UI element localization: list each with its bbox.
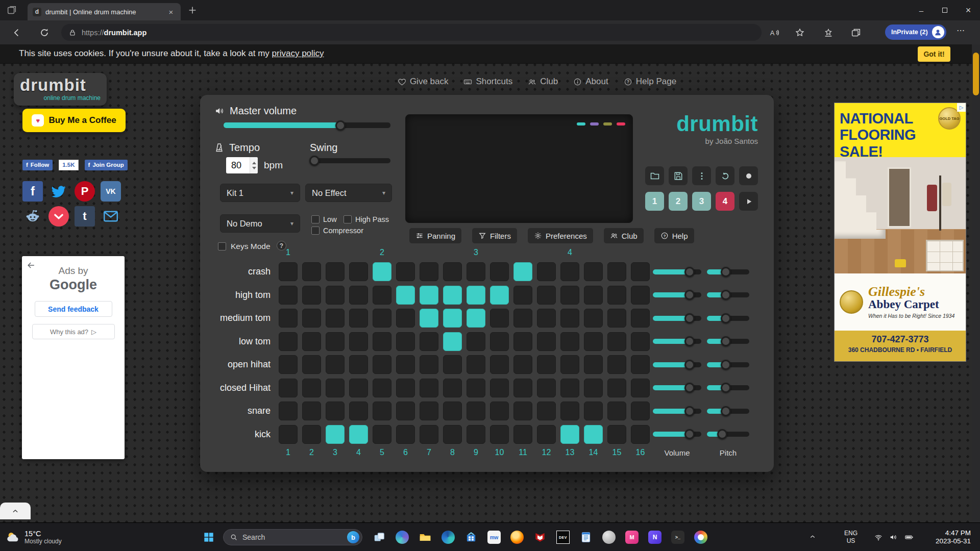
grid-cell-medium-tom-15[interactable] xyxy=(607,309,626,328)
grid-cell-closed-hihat-11[interactable] xyxy=(513,379,532,397)
slider-knob[interactable] xyxy=(684,290,695,300)
taskbar-app-dev-home-icon[interactable]: DEV xyxy=(556,531,570,544)
slider-track[interactable] xyxy=(707,269,749,274)
grid-cell-kick-16[interactable] xyxy=(631,425,650,444)
grid-cell-medium-tom-3[interactable] xyxy=(326,309,345,328)
slider-knob[interactable] xyxy=(721,406,731,416)
grid-cell-closed-hihat-15[interactable] xyxy=(607,379,626,397)
master-volume-slider[interactable] xyxy=(224,122,390,128)
slider-knob[interactable] xyxy=(721,383,731,393)
grid-cell-closed-hihat-8[interactable] xyxy=(443,379,462,397)
slider-track[interactable] xyxy=(653,292,701,297)
taskbar-app-copilot-icon[interactable] xyxy=(396,531,409,544)
pattern-3-button[interactable]: 3 xyxy=(692,192,711,211)
grid-cell-high-tom-5[interactable] xyxy=(373,286,391,305)
privacy-policy-link[interactable]: privacy policy xyxy=(272,48,324,58)
grid-cell-high-tom-1[interactable] xyxy=(279,286,298,305)
social-vk-icon[interactable]: VK xyxy=(101,181,121,202)
grid-cell-open-hihat-8[interactable] xyxy=(443,355,462,374)
grid-cell-open-hihat-15[interactable] xyxy=(607,355,626,374)
record-button[interactable] xyxy=(739,166,758,185)
slider-knob[interactable] xyxy=(721,360,731,370)
grid-cell-kick-10[interactable] xyxy=(490,425,509,444)
grid-cell-open-hihat-3[interactable] xyxy=(326,355,345,374)
pattern-1-button[interactable]: 1 xyxy=(645,192,664,211)
dots-button[interactable] xyxy=(692,166,711,185)
grid-cell-crash-3[interactable] xyxy=(326,262,345,281)
grid-cell-snare-3[interactable] xyxy=(326,402,345,420)
tray-chevron-up-icon[interactable] xyxy=(808,533,817,541)
grid-cell-medium-tom-4[interactable] xyxy=(349,309,368,328)
grid-cell-kick-9[interactable] xyxy=(467,425,485,444)
grid-cell-low-tom-13[interactable] xyxy=(560,332,579,351)
tab-close-icon[interactable]: × xyxy=(166,8,176,16)
grid-cell-low-tom-12[interactable] xyxy=(537,332,556,351)
grid-cell-snare-8[interactable] xyxy=(443,402,462,420)
slider-knob[interactable] xyxy=(684,383,695,393)
social-tumblr-icon[interactable]: t xyxy=(75,206,95,227)
grid-cell-open-hihat-11[interactable] xyxy=(513,355,532,374)
grid-cell-kick-13[interactable] xyxy=(560,425,579,444)
taskbar-app-firefox-icon[interactable] xyxy=(510,531,524,544)
grid-cell-crash-7[interactable] xyxy=(420,262,438,281)
slider-knob[interactable] xyxy=(684,267,695,277)
slider-knob[interactable] xyxy=(717,429,727,439)
taskbar-app-paint-icon[interactable] xyxy=(694,531,707,544)
grid-cell-snare-16[interactable] xyxy=(631,402,650,420)
slider-knob[interactable] xyxy=(721,336,731,346)
preferences-button[interactable]: Preferences xyxy=(528,228,593,243)
slider-track[interactable] xyxy=(707,316,749,321)
nav-item-shortcuts[interactable]: Shortcuts xyxy=(463,77,512,87)
grid-cell-crash-1[interactable] xyxy=(279,262,298,281)
fb-follow-button[interactable]: fFollow xyxy=(22,160,53,170)
taskbar-app-store-icon[interactable] xyxy=(464,531,478,544)
grid-cell-open-hihat-16[interactable] xyxy=(631,355,650,374)
grid-cell-kick-7[interactable] xyxy=(420,425,438,444)
grid-cell-kick-2[interactable] xyxy=(302,425,321,444)
grid-cell-medium-tom-8[interactable] xyxy=(443,309,462,328)
grid-cell-open-hihat-5[interactable] xyxy=(373,355,391,374)
grid-cell-closed-hihat-9[interactable] xyxy=(467,379,485,397)
grid-cell-high-tom-2[interactable] xyxy=(302,286,321,305)
slider-knob[interactable] xyxy=(684,360,695,370)
adchoices-icon[interactable]: ▷ xyxy=(957,103,966,112)
grid-cell-crash-15[interactable] xyxy=(607,262,626,281)
clock[interactable]: 4:47 PM2023-05-31 xyxy=(922,529,971,545)
grid-cell-open-hihat-12[interactable] xyxy=(537,355,556,374)
grid-cell-snare-14[interactable] xyxy=(584,402,603,420)
play-button[interactable] xyxy=(739,192,758,211)
ads-back-arrow-icon[interactable] xyxy=(26,260,36,270)
add-favorite-star-icon[interactable] xyxy=(794,27,805,38)
grid-cell-snare-9[interactable] xyxy=(467,402,485,420)
display-ad[interactable]: NATIONAL FLOORING SALE! GOLD TAG ▷ Gille… xyxy=(835,103,966,361)
filters-button[interactable]: Filters xyxy=(472,228,517,243)
inprivate-badge[interactable]: InPrivate (2) xyxy=(885,24,946,40)
tempo-value-field[interactable] xyxy=(226,157,250,173)
grid-cell-kick-14[interactable] xyxy=(584,425,603,444)
taskbar-app-edge-icon[interactable] xyxy=(442,531,455,544)
compressor-checkbox[interactable] xyxy=(311,227,320,235)
volume-slider-low-tom[interactable] xyxy=(653,339,701,344)
grid-cell-closed-hihat-5[interactable] xyxy=(373,379,391,397)
slider-knob[interactable] xyxy=(721,313,731,323)
taskbar-search[interactable]: Search b xyxy=(223,529,362,545)
grid-cell-low-tom-3[interactable] xyxy=(326,332,345,351)
nav-item-club[interactable]: Club xyxy=(528,77,558,87)
folder-button[interactable] xyxy=(645,166,664,185)
grid-cell-snare-11[interactable] xyxy=(513,402,532,420)
slider-track[interactable] xyxy=(653,362,701,367)
grid-cell-medium-tom-14[interactable] xyxy=(584,309,603,328)
slider-knob[interactable] xyxy=(309,156,320,166)
taskbar-app-n-app-icon[interactable]: N xyxy=(648,531,662,544)
grid-cell-snare-5[interactable] xyxy=(373,402,391,420)
window-minimize-button[interactable]: – xyxy=(910,0,933,20)
taskbar-app-settings-gray-icon[interactable] xyxy=(602,531,616,544)
grid-cell-closed-hihat-13[interactable] xyxy=(560,379,579,397)
grid-cell-closed-hihat-3[interactable] xyxy=(326,379,345,397)
pattern-2-button[interactable]: 2 xyxy=(669,192,688,211)
grid-cell-medium-tom-16[interactable] xyxy=(631,309,650,328)
grid-cell-snare-1[interactable] xyxy=(279,402,298,420)
grid-cell-kick-6[interactable] xyxy=(396,425,415,444)
swing-slider[interactable] xyxy=(310,158,390,163)
nav-item-help-page[interactable]: ?Help Page xyxy=(624,77,676,87)
